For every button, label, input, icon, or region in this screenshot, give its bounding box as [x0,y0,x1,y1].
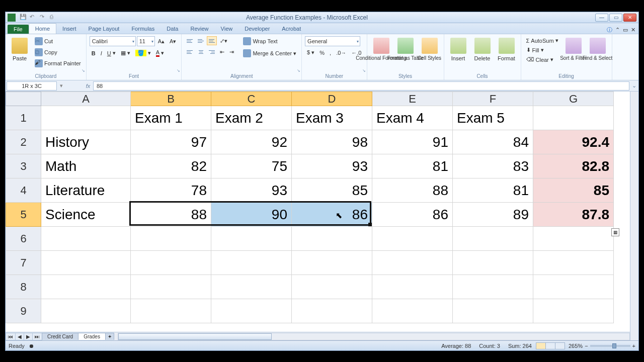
row-header-1[interactable]: 1 [6,106,41,130]
grid[interactable]: ABCDEFG1Exam 1Exam 2Exam 3Exam 4Exam 52H… [6,92,638,340]
cell-E6[interactable] [372,227,453,251]
col-header-C[interactable]: C [211,92,292,106]
font-size-combo[interactable]: 11 [137,36,155,46]
number-launcher-icon[interactable]: ↘ [362,68,366,73]
row-header-6[interactable]: 6 [6,227,41,251]
cell-A3[interactable]: Math [41,154,131,178]
name-box[interactable]: 1R x 3C [7,81,57,90]
cell-C5[interactable]: 90 [211,203,292,227]
hscroll-thumb[interactable] [118,333,272,340]
number-format-combo[interactable]: General [305,36,360,46]
cell-F6[interactable] [453,227,533,251]
row-header-8[interactable]: 8 [6,275,41,299]
italic-button[interactable]: I [99,49,104,57]
clipboard-launcher-icon[interactable]: ↘ [82,68,85,73]
qat-undo-icon[interactable]: ↶ [30,14,37,21]
close-workbook-icon[interactable]: ✕ [631,27,635,33]
close-button[interactable]: ✕ [623,14,636,22]
row-header-9[interactable]: 9 [6,299,41,323]
sort-filter-button[interactable]: Sort & Filter [562,36,585,69]
cell-styles-button[interactable]: Cell Styles [419,36,441,69]
cell-A7[interactable] [41,251,131,275]
cell-C6[interactable] [211,227,292,251]
cell-C2[interactable]: 92 [211,130,292,154]
cell-A4[interactable]: Literature [41,178,131,203]
font-launcher-icon[interactable]: ↘ [177,68,180,73]
cell-D4[interactable]: 85 [292,178,372,203]
cell-B8[interactable] [131,275,211,299]
cell-G6[interactable] [533,227,614,251]
sheet-nav-next[interactable]: ▶ [24,333,33,340]
qat-save-icon[interactable]: 💾 [20,14,27,21]
autosum-button[interactable]: Σ AutoSum ▾ [524,36,560,45]
cell-F3[interactable]: 83 [453,154,533,178]
cell-F8[interactable] [453,275,533,299]
clear-button[interactable]: ⌫ Clear ▾ [524,55,560,64]
page-layout-view-button[interactable] [545,342,555,349]
cell-F7[interactable] [453,251,533,275]
cell-E2[interactable]: 91 [372,130,453,154]
cell-F2[interactable]: 84 [453,130,533,154]
accounting-format-button[interactable]: $ ▾ [305,48,316,57]
grow-font-button[interactable]: A▴ [156,37,167,46]
select-all-corner[interactable] [6,92,41,106]
cell-D2[interactable]: 98 [292,130,372,154]
cell-E9[interactable] [372,299,453,323]
tab-view[interactable]: View [215,24,239,34]
align-left-button[interactable] [185,47,195,56]
col-header-D[interactable]: D [292,92,372,106]
cell-G9[interactable] [533,299,614,323]
underline-button[interactable]: U ▾ [105,49,118,57]
minimize-ribbon-icon[interactable]: ⌃ [615,27,620,33]
cell-G4[interactable]: 85 [533,178,614,203]
cell-D7[interactable] [292,251,372,275]
comma-format-button[interactable]: , [328,49,333,57]
row-header-5[interactable]: 5 [6,203,41,227]
font-name-combo[interactable]: Calibri [90,36,136,46]
cell-D5[interactable]: 86 [292,203,372,227]
help-icon[interactable]: ⓘ [607,26,612,34]
align-center-button[interactable] [196,47,206,56]
cell-G8[interactable] [533,275,614,299]
tab-file[interactable]: File [8,25,29,34]
tab-developer[interactable]: Developer [238,24,276,34]
expand-formula-icon[interactable]: ⌄ [629,82,638,89]
cell-F4[interactable]: 81 [453,178,533,203]
cell-E1[interactable]: Exam 4 [372,106,453,130]
cell-C1[interactable]: Exam 2 [211,106,292,130]
restore-window-icon[interactable]: ▭ [623,27,628,33]
increase-indent-button[interactable]: ⇥ [227,48,236,56]
col-header-G[interactable]: G [533,92,614,106]
cell-A8[interactable] [41,275,131,299]
cell-A1[interactable] [41,106,131,130]
percent-format-button[interactable]: % [317,49,327,57]
cut-button[interactable]: Cut [33,36,83,46]
cell-B2[interactable]: 97 [131,130,211,154]
font-color-button[interactable]: A▾ [154,48,166,58]
cell-B5[interactable]: 88 [131,203,211,227]
cell-D8[interactable] [292,275,372,299]
tab-page-layout[interactable]: Page Layout [83,24,126,34]
row-header-4[interactable]: 4 [6,178,41,203]
tab-insert[interactable]: Insert [56,24,83,34]
col-header-F[interactable]: F [453,92,533,106]
tab-review[interactable]: Review [184,24,214,34]
zoom-out-button[interactable]: − [585,343,588,349]
sheet-nav-first[interactable]: ⏮ [6,333,16,340]
cell-A5[interactable]: Science [41,203,131,227]
smart-tag-icon[interactable]: ▦ [611,228,619,236]
cell-A9[interactable] [41,299,131,323]
sheet-nav-prev[interactable]: ◀ [15,333,24,340]
cell-B9[interactable] [131,299,211,323]
cell-E7[interactable] [372,251,453,275]
minimize-button[interactable]: — [595,14,608,22]
maximize-button[interactable]: ▭ [609,14,622,22]
cell-B1[interactable]: Exam 1 [131,106,211,130]
cell-C9[interactable] [211,299,292,323]
merge-center-button[interactable]: Merge & Center ▾ [241,48,298,58]
horizontal-scrollbar[interactable] [118,333,630,340]
zoom-level[interactable]: 265% [569,343,583,349]
normal-view-button[interactable] [536,342,546,349]
cell-C8[interactable] [211,275,292,299]
cell-C4[interactable]: 93 [211,178,292,203]
